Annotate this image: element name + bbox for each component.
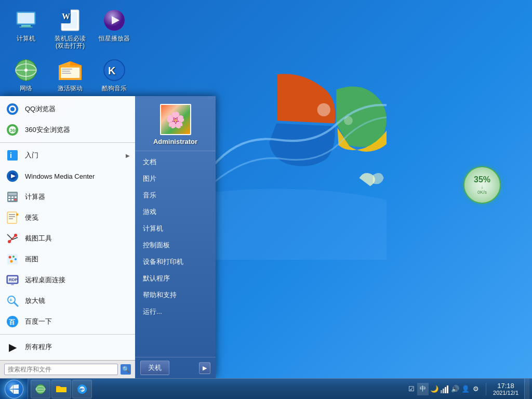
svg-rect-48 bbox=[16, 214, 18, 216]
right-menu-items: 文档 图片 音乐 游戏 计算机 控制面板 设备和打印机 默认程序 帮助和支持 运… bbox=[135, 151, 216, 357]
svg-line-52 bbox=[7, 234, 12, 240]
svg-rect-72 bbox=[56, 387, 66, 392]
svg-point-51 bbox=[14, 234, 17, 237]
desktop: 35% ↓ 0K/s 计算机 bbox=[0, 0, 532, 399]
word-icon-label: 装机后必读(双击打开) bbox=[52, 35, 88, 50]
svg-rect-5 bbox=[21, 25, 31, 26]
media-center-label: Windows Media Center bbox=[25, 172, 130, 180]
desktop-icon-music[interactable]: K 酷狗音乐 bbox=[94, 55, 135, 95]
start-item-paint[interactable]: 画图 bbox=[0, 249, 135, 270]
taskbar-item-network[interactable] bbox=[31, 380, 50, 398]
right-item-help[interactable]: 帮助和支持 bbox=[135, 287, 216, 303]
ime-indicator[interactable]: 中 bbox=[417, 383, 429, 395]
start-menu-right: 🌸 Administrator 文档 图片 音乐 游戏 计算机 控制面板 设备和… bbox=[135, 96, 216, 378]
search-button[interactable]: 🔍 bbox=[121, 364, 131, 375]
start-item-intro[interactable]: i 入门 ▶ bbox=[0, 145, 135, 166]
desktop-icon-word[interactable]: W 装机后必读(双击打开) bbox=[49, 5, 91, 52]
start-item-remote[interactable]: RDP 远程桌面连接 bbox=[0, 270, 135, 290]
svg-point-27 bbox=[10, 107, 15, 111]
word-icon: W bbox=[58, 8, 83, 33]
start-button[interactable] bbox=[0, 379, 28, 400]
svg-text:e: e bbox=[79, 387, 82, 392]
driver-icon bbox=[58, 58, 83, 83]
svg-rect-42 bbox=[11, 199, 14, 201]
tray-volume-icon[interactable]: 🔊 bbox=[450, 384, 460, 394]
system-tray: ☑ 中 🌙 🔊 👤 ⚙ 17:18 2021/12/1 bbox=[402, 379, 532, 400]
svg-rect-21 bbox=[62, 71, 70, 72]
tray-moon-icon[interactable]: 🌙 bbox=[430, 384, 439, 394]
intro-arrow: ▶ bbox=[126, 153, 130, 158]
right-item-run[interactable]: 运行... bbox=[135, 303, 216, 320]
right-item-games[interactable]: 游戏 bbox=[135, 204, 216, 220]
music-icon-label: 酷狗音乐 bbox=[102, 85, 127, 92]
tray-icons: ☑ 中 🌙 🔊 👤 ⚙ bbox=[404, 383, 483, 395]
taskbar-items: e bbox=[28, 380, 402, 398]
calculator-label: 计算器 bbox=[25, 192, 130, 202]
svg-text:i: i bbox=[10, 151, 12, 159]
magnifier-icon: + bbox=[5, 294, 20, 308]
notepad-label: 便笺 bbox=[25, 213, 130, 222]
computer-icon-label: 计算机 bbox=[17, 35, 35, 42]
desktop-icon-driver[interactable]: 激活驱动 bbox=[49, 55, 91, 95]
network-meter[interactable]: 35% ↓ 0K/s bbox=[463, 166, 501, 204]
right-item-computer[interactable]: 计算机 bbox=[135, 220, 216, 237]
right-item-defaults[interactable]: 默认程序 bbox=[135, 270, 216, 287]
right-item-music[interactable]: 音乐 bbox=[135, 187, 216, 204]
right-item-control-panel[interactable]: 控制面板 bbox=[135, 237, 216, 254]
start-item-baidu[interactable]: 百 百度一下 bbox=[0, 311, 135, 332]
right-item-documents[interactable]: 文档 bbox=[135, 154, 216, 170]
start-menu: QQ浏览器 360 360安全浏览器 bbox=[0, 96, 216, 378]
start-item-magnifier[interactable]: + 放大镜 bbox=[0, 290, 135, 311]
music-icon: K bbox=[102, 58, 127, 83]
svg-rect-45 bbox=[9, 214, 15, 215]
svg-rect-37 bbox=[8, 193, 17, 195]
svg-rect-6 bbox=[19, 26, 33, 28]
taskbar-item-ie[interactable]: e bbox=[72, 380, 92, 398]
show-desktop-button[interactable] bbox=[524, 379, 529, 400]
tray-user-icon[interactable]: 👤 bbox=[461, 384, 470, 394]
paint-icon bbox=[5, 252, 20, 267]
svg-point-2 bbox=[344, 116, 353, 125]
start-item-media-center[interactable]: Windows Media Center bbox=[0, 166, 135, 187]
start-orb bbox=[5, 380, 23, 398]
intro-icon: i bbox=[5, 148, 20, 163]
start-bottom: 关机 ▶ bbox=[135, 357, 216, 378]
system-clock[interactable]: 17:18 2021/12/1 bbox=[489, 379, 523, 400]
desktop-icon-network[interactable]: 网络 bbox=[5, 55, 47, 95]
calculator-icon bbox=[5, 190, 20, 204]
desktop-icon-media-player[interactable]: 恒星播放器 bbox=[94, 5, 135, 52]
svg-point-18 bbox=[24, 69, 28, 72]
taskbar-folder-icon bbox=[56, 384, 66, 394]
start-item-calculator[interactable]: 计算器 bbox=[0, 187, 135, 207]
svg-text:W: W bbox=[62, 12, 70, 21]
tray-settings-icon[interactable]: ⚙ bbox=[471, 384, 481, 394]
tray-separator bbox=[486, 383, 486, 395]
start-item-all-programs[interactable]: ▶ 所有程序 bbox=[0, 337, 135, 357]
taskbar: e ☑ 中 🌙 🔊 👤 bbox=[0, 378, 532, 399]
meter-percent: 35% bbox=[474, 176, 490, 184]
shutdown-button[interactable]: 关机 bbox=[140, 361, 169, 375]
svg-rect-78 bbox=[445, 387, 446, 393]
start-item-qq-browser[interactable]: QQ浏览器 bbox=[0, 99, 135, 119]
svg-rect-20 bbox=[62, 69, 72, 70]
media-center-icon bbox=[5, 169, 20, 183]
start-item-snipping[interactable]: 截图工具 bbox=[0, 228, 135, 249]
desktop-icon-computer[interactable]: 计算机 bbox=[5, 5, 47, 52]
menu-separator-1 bbox=[0, 142, 135, 143]
media-player-icon-label: 恒星播放器 bbox=[99, 35, 130, 42]
start-item-notepad[interactable]: 便笺 bbox=[0, 207, 135, 228]
icon-row-2: 网络 激活驱动 bbox=[5, 55, 135, 95]
start-item-360[interactable]: 360 360安全浏览器 bbox=[0, 119, 135, 140]
tray-network-tray-icon[interactable] bbox=[440, 384, 449, 394]
qq-browser-label: QQ浏览器 bbox=[25, 104, 130, 114]
shutdown-arrow-button[interactable]: ▶ bbox=[199, 362, 210, 374]
right-item-pictures[interactable]: 图片 bbox=[135, 170, 216, 187]
svg-rect-76 bbox=[441, 390, 442, 393]
baidu-label: 百度一下 bbox=[25, 317, 130, 326]
right-item-devices[interactable]: 设备和打印机 bbox=[135, 254, 216, 270]
start-search-bar: 🔍 bbox=[0, 360, 135, 378]
tray-uac-icon[interactable]: ☑ bbox=[407, 384, 416, 394]
taskbar-item-folder[interactable] bbox=[51, 380, 71, 398]
search-input[interactable] bbox=[4, 364, 118, 375]
user-name: Administrator bbox=[153, 138, 197, 145]
